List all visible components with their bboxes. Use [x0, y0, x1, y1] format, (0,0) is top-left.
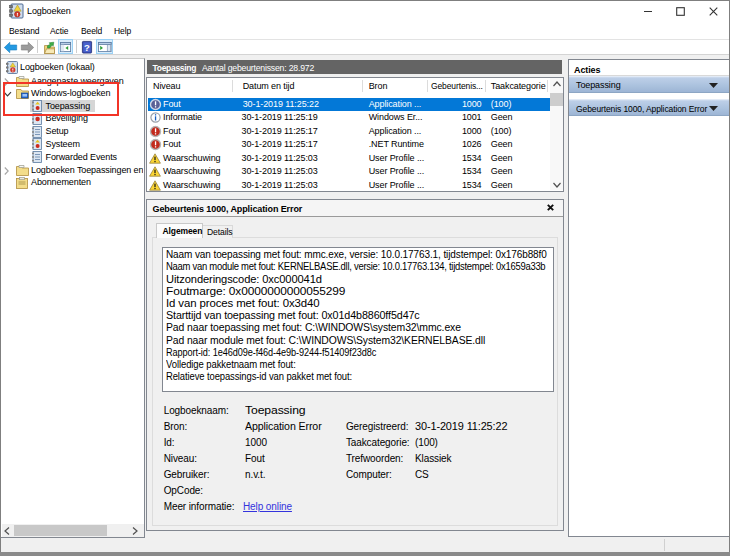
svg-text:?: ? [84, 42, 90, 53]
